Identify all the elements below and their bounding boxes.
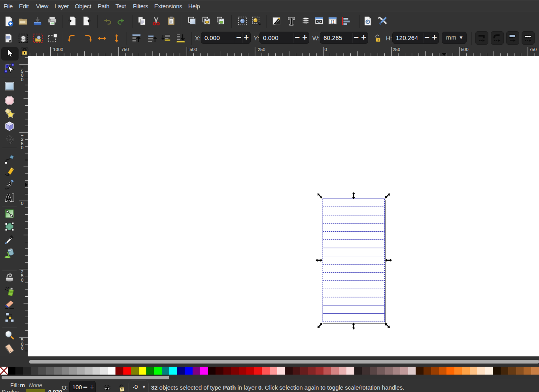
svg-text:0: 0 [21,77,23,82]
svg-text:500: 500 [461,47,468,52]
svg-text:<>: <> [317,20,321,24]
svg-text:0: 0 [21,278,23,282]
svg-text:0: 0 [21,145,23,150]
svg-text:250: 250 [393,47,400,52]
svg-text:-250: -250 [256,47,265,52]
svg-text:{}: {} [331,20,335,24]
svg-text:-500: -500 [188,47,197,52]
svg-text:-1000: -1000 [51,47,63,52]
svg-text:0: 0 [21,201,23,206]
svg-text:0: 0 [21,346,23,350]
svg-text:-750: -750 [120,47,129,52]
svg-text:0: 0 [324,47,327,52]
svg-text:750: 750 [529,47,537,52]
